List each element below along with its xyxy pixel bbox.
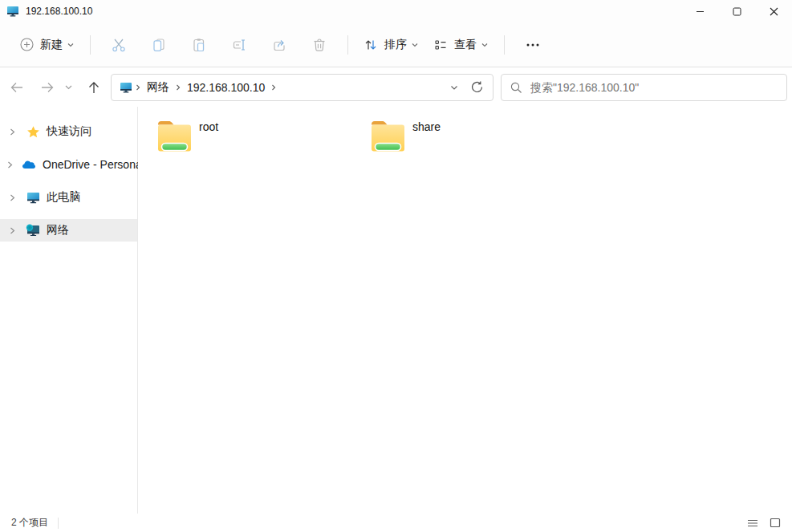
- network-icon: [26, 224, 40, 237]
- view-button[interactable]: 查看: [426, 31, 496, 59]
- sidebar-item-label: 快速访问: [47, 124, 91, 139]
- chevron-right-icon[interactable]: [6, 193, 18, 202]
- window-title: 192.168.100.10: [26, 6, 92, 17]
- chevron-right-icon[interactable]: [6, 226, 18, 235]
- delete-icon: [311, 37, 327, 53]
- chevron-down-icon: [481, 42, 489, 48]
- new-plus-icon: [20, 38, 34, 51]
- forward-button[interactable]: [35, 75, 59, 99]
- shared-folder-icon: [156, 118, 193, 156]
- body-area: 快速访问 OneDrive - Personal: [0, 107, 792, 514]
- forward-icon: [39, 79, 55, 95]
- sidebar-item-quick-access[interactable]: 快速访问: [0, 120, 137, 143]
- sort-button[interactable]: 排序: [356, 31, 426, 59]
- details-view-button[interactable]: [744, 516, 762, 530]
- chevron-right-icon[interactable]: [6, 160, 14, 169]
- refresh-icon: [470, 80, 484, 94]
- sidebar-item-this-pc[interactable]: 此电脑: [0, 186, 137, 209]
- new-button[interactable]: 新建: [13, 31, 82, 59]
- this-pc-icon: [26, 192, 40, 204]
- file-item-root[interactable]: root: [156, 118, 356, 156]
- more-icon: [525, 37, 541, 53]
- breadcrumb-chevron-icon: [173, 83, 184, 91]
- toolbar-separator: [504, 35, 505, 55]
- file-name: share: [412, 120, 441, 156]
- shared-folder-icon: [369, 118, 407, 156]
- rename-button[interactable]: [223, 31, 255, 59]
- chevron-down-icon: [67, 42, 75, 48]
- share-button[interactable]: [263, 31, 295, 59]
- chevron-right-icon[interactable]: [6, 128, 18, 136]
- copy-button[interactable]: [143, 31, 175, 59]
- breadcrumb-chevron-icon: [268, 83, 279, 91]
- up-icon: [86, 79, 102, 95]
- breadcrumb-chevron-icon: [132, 83, 144, 91]
- copy-icon: [151, 37, 167, 53]
- refresh-button[interactable]: [465, 75, 488, 99]
- close-button[interactable]: [755, 0, 792, 22]
- navigation-pane: 快速访问 OneDrive - Personal: [0, 107, 138, 514]
- address-dropdown-button[interactable]: [443, 75, 465, 99]
- view-icon: [433, 38, 448, 52]
- search-box[interactable]: [501, 74, 787, 101]
- onedrive-cloud-icon: [22, 160, 36, 169]
- sidebar-item-label: OneDrive - Personal: [43, 158, 144, 171]
- view-button-label: 查看: [454, 38, 477, 52]
- delete-button[interactable]: [303, 31, 335, 59]
- navigation-bar: 网络 192.168.100.10: [0, 67, 792, 107]
- address-bar[interactable]: 网络 192.168.100.10: [111, 74, 493, 101]
- sidebar-item-network[interactable]: 网络: [0, 219, 137, 242]
- large-icons-view-button[interactable]: [766, 516, 784, 530]
- share-icon: [271, 37, 287, 53]
- history-chevron-icon: [64, 83, 73, 91]
- minimize-button[interactable]: [681, 0, 718, 22]
- rename-icon: [231, 37, 247, 53]
- sort-icon: [364, 38, 378, 52]
- breadcrumb-network[interactable]: 网络: [144, 80, 173, 95]
- breadcrumb-host[interactable]: 192.168.100.10: [184, 81, 268, 94]
- cut-icon: [111, 37, 127, 53]
- search-input[interactable]: [530, 81, 778, 94]
- maximize-button[interactable]: [718, 0, 755, 22]
- toolbar-separator: [347, 35, 348, 55]
- recent-locations-button[interactable]: [59, 75, 77, 99]
- titlebar: 192.168.100.10: [0, 0, 792, 22]
- network-computer-icon: [6, 6, 19, 17]
- file-explorer-window: 192.168.100.10 新建: [0, 0, 792, 532]
- paste-button[interactable]: [183, 31, 215, 59]
- cut-button[interactable]: [103, 31, 135, 59]
- command-toolbar: 新建: [0, 22, 792, 67]
- window-controls: [681, 0, 792, 22]
- file-name: root: [199, 120, 218, 156]
- file-list-area[interactable]: root share: [138, 107, 792, 514]
- details-view-icon: [747, 518, 758, 528]
- new-button-label: 新建: [40, 38, 63, 52]
- sort-button-label: 排序: [384, 38, 407, 52]
- chevron-down-icon: [411, 42, 419, 48]
- address-dropdown-icon: [449, 83, 459, 91]
- search-icon: [510, 81, 522, 94]
- back-icon: [9, 79, 25, 95]
- sidebar-item-label: 网络: [47, 223, 69, 238]
- status-bar: 2 个项目: [0, 514, 792, 532]
- toolbar-separator: [90, 35, 91, 55]
- file-item-share[interactable]: share: [369, 118, 570, 156]
- up-button[interactable]: [82, 75, 106, 99]
- more-options-button[interactable]: [517, 31, 549, 59]
- item-count: 2 个项目: [11, 516, 48, 530]
- sidebar-item-onedrive[interactable]: OneDrive - Personal: [0, 153, 137, 176]
- statusbar-separator: [58, 518, 59, 529]
- location-computer-icon: [120, 82, 132, 93]
- back-button[interactable]: [5, 75, 29, 99]
- sidebar-item-label: 此电脑: [47, 190, 80, 205]
- star-icon: [26, 125, 40, 139]
- large-icons-view-icon: [770, 518, 781, 528]
- paste-icon: [191, 37, 207, 53]
